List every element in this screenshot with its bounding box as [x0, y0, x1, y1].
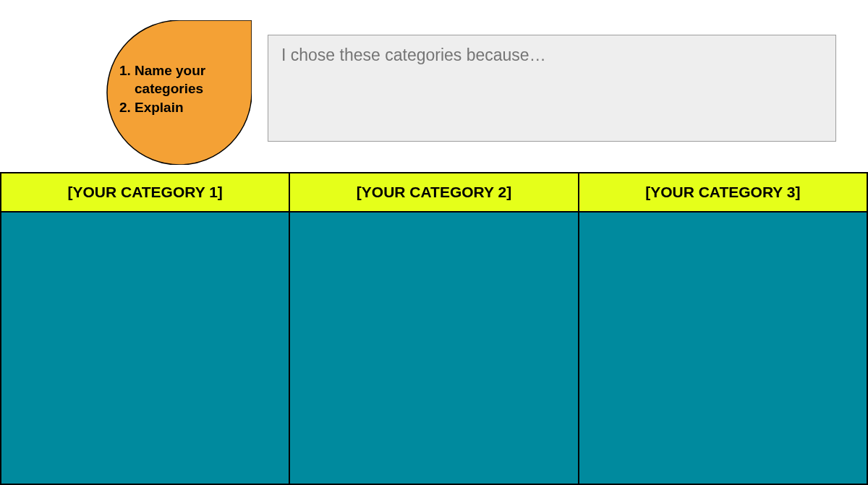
- top-section: Name your categories Explain: [0, 0, 868, 172]
- category-header-2[interactable]: [YOUR CATEGORY 2]: [289, 173, 578, 212]
- category-header-row: [YOUR CATEGORY 1] [YOUR CATEGORY 2] [YOU…: [1, 173, 867, 212]
- category-cell-2[interactable]: [289, 212, 578, 484]
- category-header-1[interactable]: [YOUR CATEGORY 1]: [1, 173, 289, 212]
- category-body-row: [1, 212, 867, 484]
- category-header-3[interactable]: [YOUR CATEGORY 3]: [579, 173, 867, 212]
- category-table: [YOUR CATEGORY 1] [YOUR CATEGORY 2] [YOU…: [0, 172, 868, 485]
- category-cell-1[interactable]: [1, 212, 289, 484]
- instruction-item-1: Name your categories: [135, 62, 244, 98]
- category-cell-3[interactable]: [579, 212, 867, 484]
- instruction-teardrop: Name your categories Explain: [78, 20, 252, 165]
- explanation-input[interactable]: [268, 35, 836, 142]
- instruction-item-2: Explain: [135, 99, 244, 117]
- instruction-list: Name your categories Explain: [114, 62, 244, 119]
